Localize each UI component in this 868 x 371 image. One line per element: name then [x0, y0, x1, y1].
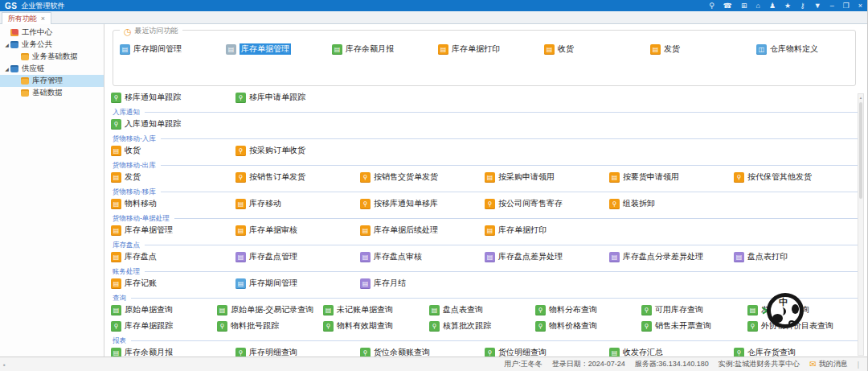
doc-icon: ▤ [650, 44, 661, 55]
function-item[interactable]: ▤按采购申请领用 [485, 169, 609, 185]
function-item[interactable]: ▤发货 [111, 169, 235, 185]
function-item[interactable]: ▤库存单据后续处理 [360, 222, 485, 238]
function-item[interactable]: ⚲组装拆卸 [609, 196, 734, 212]
function-item[interactable]: ⚲外协物料价目表查询 [747, 318, 854, 334]
function-item[interactable]: ▤库存单据打印 [485, 222, 609, 238]
function-item[interactable]: ⚲按代保管其他发货 [734, 169, 858, 185]
restore-icon[interactable]: ❐ [843, 0, 850, 11]
function-item[interactable]: ⚲可用库存查询 [641, 302, 747, 318]
function-row: ▤库存记账▤库存期间管理▤库存月结 [111, 275, 858, 291]
function-item[interactable]: ▤盘点表查询 [429, 302, 535, 318]
function-row: ▤收货⚲按采购订单收货 [111, 142, 858, 159]
tree-expand-icon[interactable]: ◢ [3, 42, 10, 47]
function-item[interactable]: ⚲按销售订单发货 [235, 169, 360, 185]
function-item[interactable]: ⚲物料分布查询 [535, 302, 641, 318]
function-item[interactable]: ◫仓库物料定义 [756, 41, 862, 57]
close-icon[interactable]: × [858, 0, 862, 11]
function-item[interactable]: ⚲库存明细查询 [235, 344, 360, 357]
function-item[interactable]: ▤库存盘点管理 [235, 249, 360, 265]
function-item[interactable]: ⚲按移库通知单移库 [360, 196, 485, 212]
function-item-label: 库存单据审核 [249, 225, 297, 236]
function-item[interactable]: ▤发货 [650, 41, 756, 57]
function-item[interactable]: ▤盘点表打印 [734, 249, 858, 265]
vertical-scrollbar[interactable]: ▴ [858, 93, 864, 356]
phone-icon[interactable]: ☎ [723, 0, 732, 11]
section-header: 报表 [113, 337, 858, 344]
tree-expand-icon[interactable]: ◢ [3, 66, 10, 72]
function-item[interactable]: ⚲按公司间寄售寄存 [485, 196, 609, 212]
function-item-label: 库存记账 [125, 278, 157, 289]
scrollbar-thumb[interactable] [859, 102, 862, 199]
doc-search-icon: ⚲ [111, 119, 121, 130]
function-item[interactable]: ▤原始单据-交易记录查询 [217, 302, 323, 318]
function-item[interactable]: ⚲销售未开票查询 [641, 318, 747, 334]
function-item[interactable]: ▤库存盘点审核 [360, 249, 485, 265]
sidebar-item-0[interactable]: 工作中心 [0, 27, 104, 39]
function-item[interactable]: ▤收货 [544, 41, 650, 57]
function-item-label: 库存余额月报 [125, 347, 173, 357]
tab-close-icon[interactable]: × [41, 14, 45, 23]
function-item[interactable]: ▤库存月结 [360, 275, 485, 291]
function-item[interactable]: ▤库存余额月报 [111, 344, 235, 357]
function-item[interactable]: ⚲仓库存货查询 [734, 344, 858, 357]
function-item[interactable]: ▤库存余额月报 [332, 41, 438, 57]
function-item[interactable]: ▤库存期间管理 [120, 41, 226, 57]
function-item[interactable]: ⚲入库通知单跟踪 [111, 116, 235, 132]
function-item[interactable]: ⚲核算批次跟踪 [429, 318, 535, 334]
sidebar-item-2[interactable]: 业务基础数据 [0, 51, 104, 63]
function-item[interactable]: ▤库存记账 [111, 275, 235, 291]
function-item[interactable]: ▤原始单据查询 [111, 302, 217, 318]
home-icon[interactable]: ⌂ [756, 0, 760, 11]
tab-all-functions[interactable]: 所有功能 × [2, 12, 51, 24]
function-item[interactable]: ▤物料移动 [111, 196, 235, 212]
function-item[interactable]: ⚲按采购订单收货 [235, 142, 360, 159]
my-messages-label: 我的消息 [819, 359, 848, 369]
function-item[interactable]: ▤库存盘点分录差异处理 [609, 249, 734, 265]
function-item[interactable]: ▤库存期间管理 [235, 275, 360, 291]
function-item[interactable]: ▤库存单据管理 [226, 41, 332, 57]
function-item[interactable]: ⚲库存单据跟踪 [111, 318, 217, 334]
function-item[interactable]: ▤库存单据审核 [235, 222, 360, 238]
function-item-label: 库存盘点审核 [374, 251, 422, 262]
sidebar-item-3[interactable]: ◢供应链 [0, 63, 104, 75]
function-item[interactable]: ▤库存移动 [235, 196, 360, 212]
function-item[interactable]: ⚲移库通知单跟踪 [111, 89, 235, 105]
main-panel: ◷ 最近访问功能 ▤库存期间管理▤库存单据管理▤库存余额月报▤库存单据打印▤收货… [104, 24, 867, 357]
function-item[interactable]: ⚲物料价格查询 [535, 318, 641, 334]
recent-box: ◷ 最近访问功能 ▤库存期间管理▤库存单据管理▤库存余额月报▤库存单据打印▤收货… [113, 30, 856, 86]
function-item[interactable]: ⚲物料批号跟踪 [217, 318, 323, 334]
minimize-icon[interactable]: – [830, 0, 834, 11]
function-item-label: 库存月结 [374, 278, 406, 289]
sidebar-item-5[interactable]: 基础数据 [0, 87, 104, 99]
user-icon[interactable]: ♟ [769, 0, 776, 11]
function-item[interactable]: ▤发出商品查询 [747, 302, 854, 318]
function-item[interactable]: ⚲移库申请单跟踪 [235, 89, 360, 105]
function-item[interactable]: ▤库存盘点差异处理 [485, 249, 609, 265]
sidebar-item-1[interactable]: ◢业务公共 [0, 39, 104, 51]
key-icon[interactable]: ⚷ [800, 0, 805, 11]
function-item[interactable]: ▤库存单据管理 [111, 222, 235, 238]
function-item[interactable]: ▤按要货申请领用 [609, 169, 734, 185]
sidebar-item-4[interactable]: 库存管理 [0, 75, 104, 87]
function-item[interactable]: ▤收货 [111, 142, 235, 159]
function-row: ▤原始单据查询▤原始单据-交易记录查询▤未记账单据查询▤盘点表查询⚲物料分布查询… [111, 302, 858, 318]
dropdown-icon[interactable]: ▼ [814, 0, 821, 11]
apps-grid-icon[interactable]: ⊞ [741, 0, 747, 11]
doc-search-icon: ⚲ [734, 172, 744, 183]
function-item-label: 按要货申请领用 [623, 171, 679, 183]
search-icon[interactable]: ⚲ [709, 0, 714, 11]
folder-icon [21, 53, 29, 60]
function-item[interactable]: ⚲货位明细查询 [485, 344, 609, 357]
my-messages-button[interactable]: ✉ 我的消息 [809, 359, 847, 369]
function-item[interactable]: ⚲按销售交货单发货 [360, 169, 485, 185]
function-item[interactable]: ▤库存盘点 [111, 249, 235, 265]
scroll-up-icon[interactable]: ▴ [858, 94, 863, 101]
function-item[interactable]: ⚲物料有效期查询 [323, 318, 429, 334]
function-item[interactable]: ⚲货位余额账查询 [360, 344, 485, 357]
function-item[interactable]: ▤库存单据打印 [438, 41, 544, 57]
function-item[interactable]: ▤未记账单据查询 [323, 302, 429, 318]
function-row: ▤发货⚲按销售订单发货⚲按销售交货单发货▤按采购申请领用▤按要货申请领用⚲按代保… [111, 169, 858, 185]
function-item[interactable]: ▤收发存汇总 [609, 344, 734, 357]
favorites-star-icon[interactable]: ★ [784, 0, 791, 11]
folder-icon [21, 89, 29, 97]
